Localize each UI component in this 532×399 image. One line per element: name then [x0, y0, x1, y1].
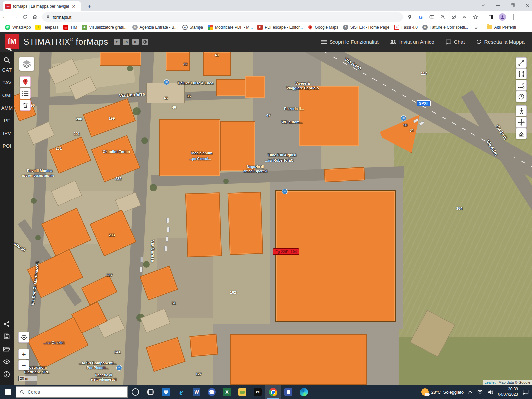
youtube-icon[interactable]: ▶ [132, 39, 139, 45]
edge-button[interactable] [296, 385, 311, 399]
sidebar-item-ipv[interactable]: IPV [0, 131, 14, 136]
menu-chat[interactable]: Chat [446, 39, 465, 45]
tab-search-chevron-icon[interactable] [481, 3, 486, 8]
poi-marker-icon[interactable]: ✉ [116, 365, 122, 371]
zoom-out-button[interactable]: − [18, 360, 29, 370]
install-app-icon[interactable] [428, 14, 435, 20]
bookmark-item[interactable]: aAgenzia Entrate - B... [130, 24, 180, 31]
menu-features[interactable]: Scopri le Funzionalità [321, 39, 378, 45]
map-canvas[interactable]: ✉ ✉ ✉ ✉ Via Don ErraVia CereseVia AdroVi… [14, 52, 532, 385]
formaps-logo[interactable]: fM [5, 34, 19, 49]
info-icon[interactable] [3, 371, 11, 379]
start-button[interactable] [0, 385, 16, 399]
back-button[interactable]: ← [0, 12, 10, 22]
word-button[interactable]: W [189, 385, 204, 399]
pan-button[interactable] [516, 117, 527, 128]
leaflet-link[interactable]: Leaflet [484, 380, 495, 384]
zoom-in-button[interactable]: + [18, 349, 29, 359]
sidebar-item-poi[interactable]: POI [0, 143, 14, 149]
tab-close-icon[interactable]: ✕ [72, 4, 76, 9]
tray-chevron-icon[interactable] [468, 391, 472, 394]
parcel-building[interactable] [91, 135, 140, 182]
menu-reset-map[interactable]: Resetta la Mappa [476, 39, 525, 45]
bookmark-item[interactable]: AVisualizzatore gratu... [79, 24, 130, 31]
cortana-button[interactable] [128, 385, 143, 399]
bookmark-item[interactable]: ●Stampa [180, 24, 205, 31]
bookmark-item[interactable]: aSISTER - Home Page [341, 24, 392, 31]
excel-button[interactable]: X [219, 385, 235, 399]
phone-app-button[interactable]: ☎ [204, 385, 219, 399]
parcel-building[interactable] [230, 334, 367, 385]
sidebar-item-cat[interactable]: CAT [0, 67, 14, 73]
wifi-icon[interactable] [477, 390, 483, 394]
parcel-building[interactable] [146, 337, 186, 372]
parcel-building[interactable] [299, 86, 359, 146]
location-pin-icon[interactable] [406, 14, 413, 20]
building[interactable] [140, 308, 170, 333]
measure-angle-button[interactable] [516, 80, 527, 91]
layers-control[interactable] [19, 57, 34, 71]
poi-marker-icon[interactable]: ✉ [164, 79, 169, 85]
window-restore-button[interactable] [510, 3, 515, 8]
bookmark-item[interactable]: ☰TIM [61, 24, 80, 31]
bookmark-item[interactable]: aFatture e Corrispetti... [420, 24, 470, 31]
other-bookmarks-button[interactable]: Altri Preferiti [485, 24, 518, 31]
parcel-building[interactable] [245, 76, 265, 98]
blue-app-button[interactable] [281, 385, 296, 399]
locate-button[interactable] [18, 332, 29, 343]
profile-avatar[interactable] [499, 13, 506, 21]
clock-widget[interactable]: 20:39 04/07/2023 [498, 387, 518, 397]
yellow-app-button[interactable] [235, 385, 250, 399]
parcel-building[interactable] [100, 52, 141, 66]
bookmark-item[interactable]: FFassi 4.0 [392, 24, 420, 31]
taskbar-search-box[interactable]: Cerca [16, 386, 128, 398]
marker-tool-button[interactable] [20, 76, 31, 87]
linkedin-icon[interactable]: in [123, 39, 129, 45]
parcel-building-selected[interactable] [275, 190, 396, 322]
chrome-button-active[interactable] [265, 385, 281, 399]
task-view-button[interactable] [143, 385, 158, 399]
measure-distance-button[interactable] [516, 57, 527, 68]
list-tool-button[interactable] [20, 88, 31, 99]
zoom-lens-icon[interactable] [439, 14, 446, 20]
save-icon[interactable] [3, 333, 11, 341]
poi-marker-icon[interactable]: ✉ [282, 189, 288, 194]
poi-marker-icon[interactable]: ✉ [401, 115, 406, 121]
parcel-building[interactable] [81, 275, 117, 305]
window-close-button[interactable] [525, 3, 530, 8]
parcel-building[interactable] [49, 137, 91, 174]
sidebar-item-pf[interactable]: PF [0, 118, 14, 123]
action-center-icon[interactable] [523, 389, 529, 395]
weather-widget[interactable]: 28°C Soleggiato [421, 388, 464, 396]
building[interactable] [146, 83, 185, 103]
facebook-icon[interactable]: f [114, 39, 120, 45]
globe-icon[interactable] [142, 39, 148, 45]
google-g-icon[interactable]: G [417, 14, 424, 20]
address-bar[interactable]: formaps.it [42, 12, 403, 22]
building[interactable] [27, 122, 55, 145]
bookmark-item[interactable]: Google Maps [305, 24, 340, 31]
parcel-building[interactable] [220, 121, 255, 171]
parcel-building[interactable] [185, 192, 222, 257]
browser-tab[interactable]: fM forMaps | La mappa per navigar ✕ [3, 1, 81, 11]
home-button[interactable] [30, 12, 40, 22]
eye-off-icon[interactable] [450, 14, 457, 20]
bookmark-item[interactable]: ✆WhatsApp [3, 24, 33, 31]
eye-icon[interactable] [3, 358, 11, 366]
remote-app-button[interactable] [158, 385, 174, 399]
window-minimize-button[interactable] [495, 3, 501, 8]
sidebar-item-amm[interactable]: AMM [0, 105, 14, 111]
streetview-button[interactable] [516, 105, 527, 116]
share-icon[interactable] [461, 14, 468, 20]
menu-invite-friend[interactable]: Invita un Amico [390, 39, 434, 45]
open-folder-icon[interactable] [3, 345, 11, 353]
eraser-button[interactable] [516, 128, 527, 139]
new-tab-button[interactable]: + [85, 2, 94, 11]
browser-menu-kebab-icon[interactable] [510, 14, 517, 20]
forward-button[interactable]: → [10, 12, 20, 22]
parcel-badge[interactable]: Fg 22/Pt 194 [273, 248, 299, 255]
bookmarks-overflow-chevron[interactable]: » [475, 25, 478, 30]
history-button[interactable] [516, 91, 527, 102]
parcel-building[interactable] [166, 52, 190, 71]
share-nodes-icon[interactable] [3, 320, 11, 328]
